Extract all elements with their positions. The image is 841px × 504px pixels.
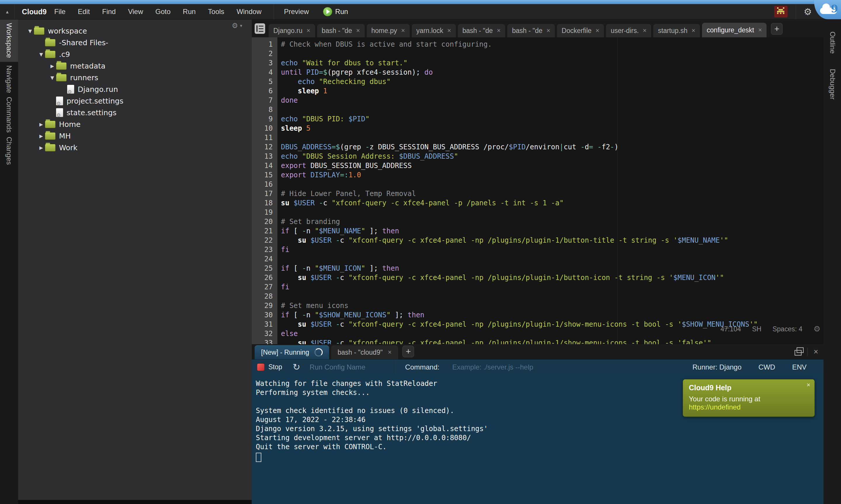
bug-report-icon[interactable] bbox=[774, 6, 788, 18]
editor-tab[interactable]: bash - "de× bbox=[317, 24, 365, 37]
sidebar-tab-workspace[interactable]: Workspace bbox=[0, 19, 18, 62]
tree-row[interactable]: Django.run bbox=[18, 84, 252, 95]
tree-row[interactable]: ▶MH bbox=[18, 130, 252, 142]
line-number-gutter: 1234567891011121314151617181920212223242… bbox=[252, 37, 277, 344]
editor-tab[interactable]: bash - "de× bbox=[507, 24, 555, 37]
menu-item-window[interactable]: Window bbox=[237, 7, 261, 16]
new-console-tab-button[interactable]: + bbox=[402, 346, 414, 357]
line-number: 29 bbox=[252, 301, 277, 310]
tree-item-label: MH bbox=[59, 132, 71, 140]
menu-item-view[interactable]: View bbox=[128, 7, 143, 16]
editor-tab[interactable]: Django.ru× bbox=[269, 24, 315, 37]
tree-row[interactable]: ▼workspace bbox=[18, 25, 252, 37]
sidebar-tab-changes[interactable]: Changes bbox=[0, 135, 18, 167]
code-line: su $USER -c "xfconf-query -c xfce4-panel… bbox=[277, 273, 823, 282]
close-tab-icon[interactable]: × bbox=[596, 27, 600, 34]
syntax-mode-button[interactable]: SH bbox=[752, 325, 761, 333]
menu-item-goto[interactable]: Goto bbox=[155, 7, 171, 16]
tab-list-icon[interactable] bbox=[255, 23, 265, 34]
code-line: # Set branding bbox=[277, 217, 823, 226]
editor-settings-gear-icon[interactable]: ⚙ bbox=[813, 324, 821, 334]
tree-row[interactable]: project.settings bbox=[18, 95, 252, 107]
run-button-label: Run bbox=[335, 7, 348, 16]
close-popup-icon[interactable]: × bbox=[807, 381, 810, 389]
run-config-name-input[interactable] bbox=[309, 363, 386, 372]
line-number: 7 bbox=[252, 96, 277, 105]
tree-toggle-icon[interactable]: ▶ bbox=[37, 133, 45, 139]
right-panel-rail: OutlineDebugger bbox=[823, 19, 841, 504]
new-tab-button[interactable]: + bbox=[771, 23, 783, 35]
tree-toggle-icon[interactable]: ▼ bbox=[26, 28, 34, 34]
console-tabs: [New] - Runningbash - "cloud9"× bbox=[252, 345, 400, 359]
collapse-menubar-button[interactable]: ▲ bbox=[0, 4, 15, 19]
close-tab-icon[interactable]: × bbox=[546, 27, 550, 34]
close-console-icon[interactable]: × bbox=[813, 347, 818, 356]
preview-button[interactable]: Preview bbox=[284, 7, 309, 16]
menu-item-file[interactable]: File bbox=[54, 7, 66, 16]
runner-button[interactable]: Runner: Django bbox=[692, 363, 741, 371]
tree-toggle-icon[interactable]: ▼ bbox=[49, 75, 56, 80]
menu-item-find[interactable]: Find bbox=[102, 7, 116, 16]
tree-row[interactable]: ▶metadata bbox=[18, 60, 252, 72]
spaces-setting-button[interactable]: Spaces: 4 bbox=[772, 325, 802, 333]
editor-tab[interactable]: Dockerfile× bbox=[557, 24, 604, 37]
close-tab-icon[interactable]: × bbox=[447, 27, 451, 34]
tree-row[interactable]: ▶Work bbox=[18, 142, 252, 154]
editor-tab[interactable]: user-dirs.× bbox=[606, 24, 651, 37]
menu-item-edit[interactable]: Edit bbox=[78, 7, 90, 16]
close-tab-icon[interactable]: × bbox=[691, 27, 695, 34]
tree-toggle-icon[interactable]: ▶ bbox=[37, 122, 45, 127]
collapse-icon: ▲ bbox=[5, 9, 10, 14]
env-button[interactable]: ENV bbox=[792, 363, 807, 371]
command-input[interactable] bbox=[452, 363, 611, 372]
tree-row[interactable]: state.settings bbox=[18, 107, 252, 119]
terminal-line: Quit the server with CONTROL-C. bbox=[256, 443, 823, 451]
tree-row[interactable]: ▼runners bbox=[18, 72, 252, 84]
cloud9-menu[interactable]: Cloud9 bbox=[22, 7, 47, 16]
stop-button[interactable]: Stop bbox=[257, 363, 282, 371]
restart-icon[interactable]: ↻ bbox=[293, 362, 300, 372]
line-number: 14 bbox=[252, 161, 277, 170]
editor-tab-label: bash - "de bbox=[512, 27, 542, 35]
preferences-gear-icon[interactable]: ⚙ bbox=[804, 7, 812, 16]
close-tab-icon[interactable]: × bbox=[356, 27, 360, 34]
sidebar-tab-commands[interactable]: Commands bbox=[0, 98, 18, 131]
console-tab[interactable]: [New] - Running bbox=[255, 345, 329, 359]
tree-item-label: Work bbox=[59, 144, 78, 152]
cwd-button[interactable]: CWD bbox=[758, 363, 775, 371]
editor-tab[interactable]: startup.sh× bbox=[653, 24, 700, 37]
editor-tab[interactable]: configure_deskt× bbox=[702, 23, 767, 37]
close-tab-icon[interactable]: × bbox=[307, 27, 310, 34]
sidebar-tab-navigate[interactable]: Navigate bbox=[0, 63, 18, 95]
right-tab-debugger[interactable]: Debugger bbox=[823, 57, 841, 111]
line-number: 4 bbox=[252, 68, 277, 77]
close-tab-icon[interactable]: × bbox=[388, 348, 392, 356]
menu-item-tools[interactable]: Tools bbox=[208, 7, 224, 16]
editor-tab[interactable]: yarn.lock× bbox=[412, 24, 456, 37]
maximize-icon[interactable] bbox=[794, 350, 802, 356]
editor-tab[interactable]: home.py× bbox=[367, 24, 410, 37]
close-tab-icon[interactable]: × bbox=[643, 27, 647, 34]
tree-toggle-icon[interactable]: ▶ bbox=[49, 63, 56, 69]
console-tab[interactable]: bash - "cloud9"× bbox=[331, 345, 398, 359]
close-tab-icon[interactable]: × bbox=[401, 27, 405, 34]
running-url-link[interactable]: https://undefined bbox=[689, 403, 740, 411]
code-line: done bbox=[277, 96, 823, 105]
close-tab-icon[interactable]: × bbox=[758, 26, 762, 34]
line-number: 31 bbox=[252, 320, 277, 329]
menu-item-run[interactable]: Run bbox=[183, 7, 196, 16]
tree-row[interactable]: -Shared Files- bbox=[18, 37, 252, 49]
tree-toggle-icon[interactable]: ▼ bbox=[37, 52, 45, 57]
tree-row[interactable]: ▼.c9 bbox=[18, 49, 252, 60]
run-button[interactable]: Run bbox=[323, 7, 348, 16]
code-editor[interactable]: 1234567891011121314151617181920212223242… bbox=[252, 37, 823, 344]
tree-toggle-icon[interactable]: ▶ bbox=[37, 145, 45, 150]
line-number: 1 bbox=[252, 40, 277, 49]
tree-item-label: -Shared Files- bbox=[59, 38, 108, 47]
close-tab-icon[interactable]: × bbox=[497, 27, 501, 34]
editor-tab[interactable]: bash - "de× bbox=[458, 24, 505, 37]
tree-row[interactable]: ▶Home bbox=[18, 119, 252, 130]
code-line: # Check when DBUS is active and start co… bbox=[277, 40, 823, 49]
right-tab-outline[interactable]: Outline bbox=[823, 25, 841, 60]
popup-title: Cloud9 Help bbox=[689, 383, 809, 392]
